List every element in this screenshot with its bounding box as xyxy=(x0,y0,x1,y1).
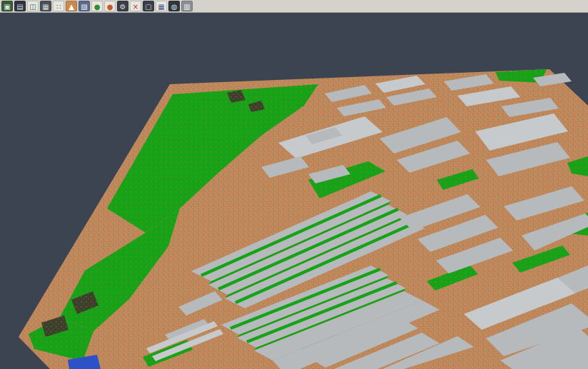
mesh-icon[interactable]: ▲ xyxy=(66,1,77,11)
record-icon[interactable]: ● xyxy=(104,1,116,11)
open-project-icon[interactable]: ▣ xyxy=(1,1,13,11)
view-mode-icon[interactable]: ◫ xyxy=(27,1,39,11)
save-icon[interactable]: ▤ xyxy=(14,1,26,11)
texture-icon[interactable]: ▨ xyxy=(78,1,90,11)
info-icon[interactable]: ▥ xyxy=(181,1,193,11)
viewport-3d[interactable] xyxy=(0,0,588,369)
globe-icon[interactable]: ● xyxy=(91,1,103,11)
grid-view-icon[interactable]: ▦ xyxy=(156,1,167,11)
delete-region-icon[interactable]: × xyxy=(130,1,141,11)
application-window: ▣▤◫▦∷▲▨●●⚙×▢▦◍▥ xyxy=(0,0,588,369)
point-cloud-scene[interactable] xyxy=(0,0,588,369)
crop-region-icon[interactable]: ▢ xyxy=(143,1,154,11)
point-cloud-icon[interactable]: ∷ xyxy=(53,1,64,11)
sphere-view-icon[interactable]: ◍ xyxy=(168,1,180,11)
settings-icon[interactable]: ⚙ xyxy=(117,1,128,11)
main-toolbar: ▣▤◫▦∷▲▨●●⚙×▢▦◍▥ xyxy=(0,0,588,13)
show-cameras-icon[interactable]: ▦ xyxy=(40,1,51,11)
